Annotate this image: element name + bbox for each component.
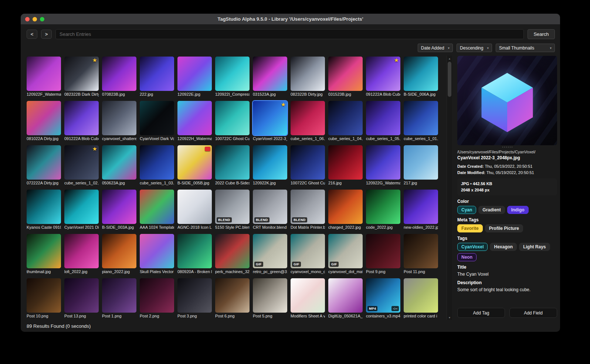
thumbnail[interactable]: MP4-:-- xyxy=(366,278,400,313)
scrollbar-thumb[interactable] xyxy=(448,62,451,97)
thumbnail[interactable] xyxy=(215,278,250,313)
thumbnail[interactable] xyxy=(177,101,212,135)
thumbnail[interactable] xyxy=(177,145,212,180)
grid-item[interactable]: Post 1.png xyxy=(102,278,136,318)
grid-item[interactable]: BLEND5150 Style PC.blend xyxy=(215,190,250,229)
add-tag-button[interactable]: Add Tag xyxy=(457,308,505,318)
thumbnail[interactable] xyxy=(102,278,136,313)
thumbnail[interactable] xyxy=(102,101,136,135)
grid-item[interactable]: ★091222A Blob Cube xyxy=(366,57,400,96)
thumbnail[interactable] xyxy=(366,101,400,135)
thumbnail[interactable] xyxy=(64,234,99,268)
tag-pill[interactable]: Neon xyxy=(457,253,477,261)
grid-item[interactable]: Post 11.png xyxy=(404,234,438,274)
grid-item[interactable]: BLENDDot Matrix Printer.b xyxy=(291,190,325,229)
scroll-up-icon[interactable]: ▲ xyxy=(447,56,452,61)
add-field-button[interactable]: Add Field xyxy=(509,308,557,318)
grid-item[interactable]: 080920A - Broken l xyxy=(177,234,212,274)
thumbnail[interactable]: BLEND xyxy=(253,190,287,224)
tag-pill[interactable]: Gradient xyxy=(478,206,505,214)
title-bar[interactable]: TagStudio Alpha 9.5.0 - Library '/Users/… xyxy=(21,14,560,25)
thumbnail[interactable] xyxy=(27,278,61,313)
grid-item[interactable]: Modifiers Sheet A v xyxy=(291,278,325,318)
thumbnail[interactable] xyxy=(328,278,363,313)
grid-item[interactable]: 072222A Dirty.jpg xyxy=(27,145,61,185)
preview-image[interactable] xyxy=(457,56,557,145)
grid-item[interactable]: 120922K.jpg xyxy=(253,145,287,185)
close-window-icon[interactable] xyxy=(25,17,30,21)
grid-item[interactable]: Post 2.png xyxy=(140,278,174,318)
thumbnail[interactable] xyxy=(27,190,61,224)
tag-pill[interactable]: CyanVoxel xyxy=(457,243,488,251)
thumbnail[interactable]: ★ xyxy=(253,101,287,135)
sort-by-dropdown[interactable]: Date Added ▾ xyxy=(418,44,453,52)
thumbnail[interactable] xyxy=(102,145,136,180)
thumbnail[interactable]: GIF xyxy=(253,234,287,268)
tag-pill[interactable]: Cyan xyxy=(457,206,476,214)
thumbnail[interactable] xyxy=(140,57,174,91)
grid-item[interactable]: cube_series_1_03.j xyxy=(140,145,174,185)
thumbnail[interactable] xyxy=(253,278,287,313)
minimize-window-icon[interactable] xyxy=(33,17,37,21)
grid-item[interactable]: 120922F_Watermark xyxy=(27,57,61,96)
thumbnail[interactable]: GIF xyxy=(328,234,363,268)
grid-item[interactable]: 050623A.jpg xyxy=(102,145,136,185)
grid-item[interactable]: 100722C Ghost Cub xyxy=(215,101,250,141)
thumbnail[interactable] xyxy=(215,145,250,180)
grid-item[interactable]: Post 9.png xyxy=(366,234,400,274)
thumbnail[interactable] xyxy=(404,278,438,313)
thumbnail[interactable] xyxy=(253,57,287,91)
thumbnail[interactable] xyxy=(64,101,99,135)
grid-item[interactable]: 2022 Cube B-Sides xyxy=(215,145,250,185)
thumbnail[interactable] xyxy=(102,190,136,224)
grid-item[interactable]: GIFcyanvoxel_dot_mat xyxy=(328,234,363,274)
grid-scrollbar[interactable]: ▲ ▼ xyxy=(447,56,452,320)
grid-item[interactable]: AAA 1024 Template xyxy=(140,190,174,229)
thumbnail[interactable] xyxy=(366,190,400,224)
thumbnail[interactable] xyxy=(291,278,325,313)
grid-item[interactable]: 222.jpg xyxy=(140,57,174,96)
grid-item[interactable]: ★CyanVoxel 2022-3_ xyxy=(253,101,287,141)
thumbnail[interactable] xyxy=(140,234,174,268)
grid-item[interactable]: AGNC-2018 Icon Lo xyxy=(177,190,212,229)
scrollbar-track[interactable] xyxy=(447,61,452,315)
thumbnail[interactable] xyxy=(328,145,363,180)
thumbnail[interactable] xyxy=(177,278,212,313)
thumbnail[interactable]: ★ xyxy=(64,57,99,91)
thumbnail[interactable] xyxy=(140,278,174,313)
thumbnail[interactable] xyxy=(102,234,136,268)
thumbnail[interactable] xyxy=(27,145,61,180)
thumbnail[interactable] xyxy=(328,190,363,224)
grid-item[interactable]: 100722C Ghost Cub xyxy=(291,145,325,185)
grid-item[interactable]: 091222A Blob Cube xyxy=(64,101,99,141)
grid-item[interactable]: 031523B.jpg xyxy=(328,57,363,96)
grid-item[interactable]: Post 3.png xyxy=(177,278,212,318)
grid-item[interactable]: cube_series_1_01.j xyxy=(404,101,438,141)
thumbnail[interactable]: ★ xyxy=(366,57,400,91)
grid-item[interactable]: CyanVoxel 2021 Dis xyxy=(64,190,99,229)
grid-item[interactable]: Post 6.png xyxy=(215,278,250,318)
thumbnail[interactable] xyxy=(328,101,363,135)
thumbnail[interactable] xyxy=(291,145,325,180)
grid-item[interactable]: B-SIDE_005B.jpg xyxy=(177,145,212,185)
thumbnail[interactable] xyxy=(404,101,438,135)
thumbnail[interactable] xyxy=(177,190,212,224)
zoom-window-icon[interactable] xyxy=(40,17,44,21)
thumbnail[interactable] xyxy=(291,57,325,91)
grid-item[interactable]: 120922H_Waterma xyxy=(177,101,212,141)
search-button[interactable]: Search xyxy=(528,29,555,39)
grid-item[interactable]: GIFcyanvoxel_mono_cr xyxy=(291,234,325,274)
scroll-down-icon[interactable]: ▼ xyxy=(447,315,452,320)
grid-item[interactable]: B-SIDE_006A.jpg xyxy=(404,57,438,96)
grid-item[interactable]: code_2022.jpg xyxy=(366,190,400,229)
thumbnail[interactable] xyxy=(140,101,174,135)
grid-item[interactable]: 120922G_Waterma xyxy=(366,145,400,185)
grid-item[interactable]: Post 10.png xyxy=(27,278,61,318)
thumbnail[interactable] xyxy=(215,101,250,135)
grid-item[interactable]: 217.jpg xyxy=(404,145,438,185)
grid-item[interactable]: 120922E.jpg xyxy=(177,57,212,96)
thumbnail[interactable] xyxy=(64,278,99,313)
back-button[interactable]: < xyxy=(27,30,37,39)
thumbnail[interactable] xyxy=(291,101,325,135)
grid-item[interactable]: 070823B.jpg xyxy=(102,57,136,96)
